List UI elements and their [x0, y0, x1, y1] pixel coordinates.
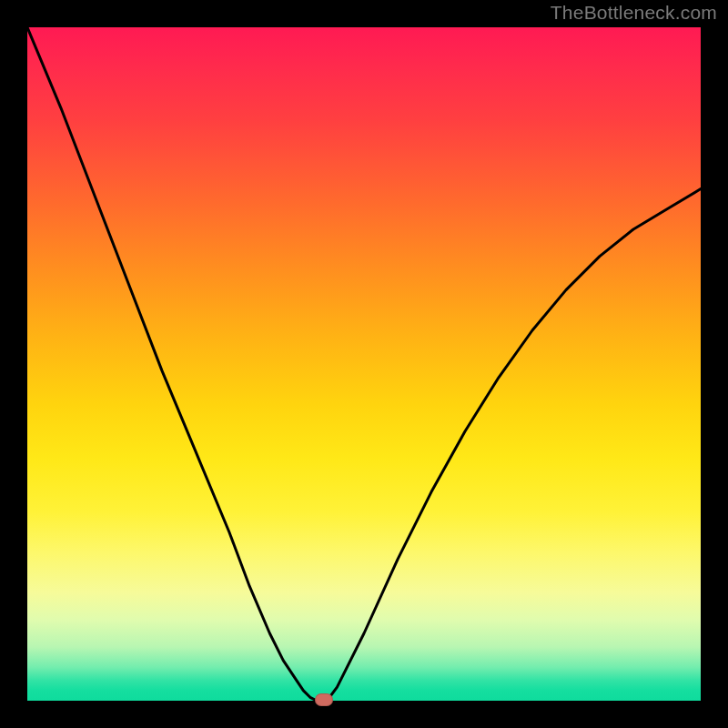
curve-svg [27, 27, 701, 701]
plot-area [27, 27, 701, 701]
optimal-marker [315, 693, 333, 706]
chart-frame: TheBottleneck.com [0, 0, 728, 728]
bottleneck-curve-path [27, 27, 701, 701]
watermark-text: TheBottleneck.com [551, 2, 717, 24]
